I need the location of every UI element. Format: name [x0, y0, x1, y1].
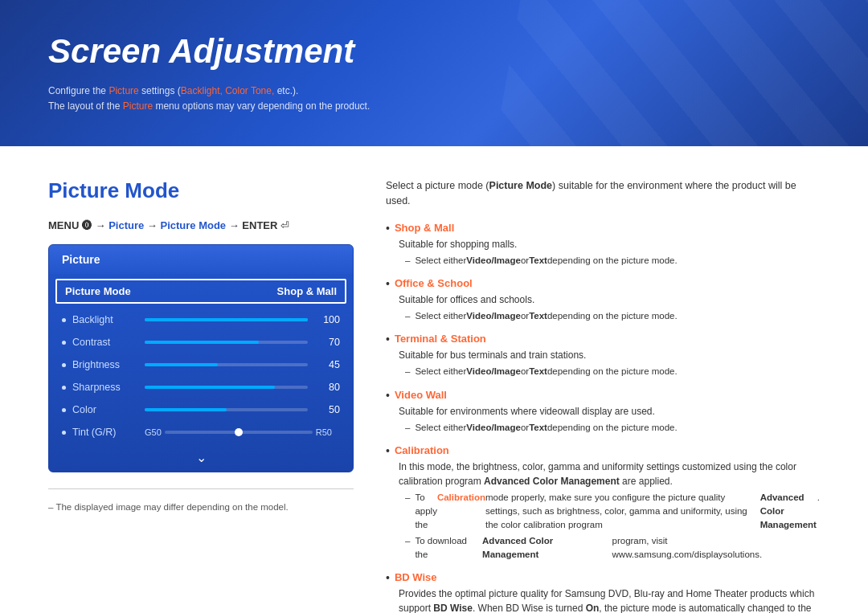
- picture-mode-value: Shop & Mall: [277, 285, 337, 297]
- bullet-sub: To download the Advanced Color Managemen…: [405, 534, 820, 562]
- bullet-title-row: • Shop & Mall: [386, 222, 820, 235]
- picture-panel: Picture Picture Mode Shop & Mall Backlig…: [48, 244, 354, 472]
- bullet-title: Office & School: [395, 277, 473, 289]
- setting-bar-container: [145, 341, 308, 344]
- setting-dot: [62, 408, 66, 412]
- setting-row: Sharpness 80: [49, 376, 353, 398]
- bullet-title: Shop & Mall: [395, 222, 454, 234]
- bullet-title-row: • BD Wise: [386, 571, 820, 584]
- bullet-desc: Suitable for bus terminals and train sta…: [399, 348, 820, 362]
- setting-bar-container: [145, 386, 308, 389]
- setting-bar-fill: [145, 386, 275, 389]
- bullet-section: • Terminal & Station Suitable for bus te…: [386, 333, 820, 378]
- setting-value: 70: [316, 337, 340, 348]
- bullet-sub: Select either Video/Image or Text depend…: [405, 309, 820, 323]
- bullet-dot: •: [386, 222, 390, 235]
- bullet-dot: •: [386, 444, 390, 457]
- bullet-title: Terminal & Station: [395, 333, 486, 345]
- menu-enter-icon: ⏎: [280, 219, 289, 231]
- subtitle2-link: Picture: [123, 100, 153, 112]
- subtitle-line1: Configure the Picture settings (Backligh…: [48, 84, 820, 99]
- bullet-section: • Shop & Mall Suitable for shopping mall…: [386, 222, 820, 268]
- intro-text: Select a picture mode (Picture Mode) sui…: [386, 178, 820, 209]
- intro-bold: Picture Mode: [489, 180, 553, 191]
- bullet-sub: Select either Video/Image or Text depend…: [405, 254, 820, 268]
- subtitle2-suffix: menu options may vary depending on the p…: [153, 100, 370, 112]
- menu-path: MENU ⓿ → Picture → Picture Mode → ENTER …: [48, 219, 354, 231]
- menu-arrow2: →: [147, 219, 161, 231]
- menu-keyword-menu: MENU: [48, 219, 82, 231]
- main-content: Picture Mode MENU ⓿ → Picture → Picture …: [0, 146, 868, 613]
- tint-right-label: R50: [316, 427, 332, 437]
- menu-picture-mode: Picture Mode: [160, 219, 226, 231]
- setting-bar-fill: [145, 341, 259, 344]
- tint-bar-container: G50 R50: [145, 427, 332, 437]
- menu-enter: ENTER: [242, 219, 280, 231]
- tint-thumb: [235, 428, 243, 436]
- header-banner: Screen Adjustment Configure the Picture …: [0, 0, 868, 146]
- setting-row: Brightness 45: [49, 353, 353, 376]
- bullet-title-row: • Video Wall: [386, 389, 820, 402]
- subtitle1-link1: Picture: [108, 85, 138, 96]
- setting-dot: [62, 386, 66, 390]
- setting-name: Sharpness: [72, 382, 137, 393]
- bullet-section: • Video Wall Suitable for environments w…: [386, 389, 820, 435]
- bullet-desc: Provides the optimal picture quality for…: [399, 586, 820, 613]
- bullet-dot: •: [386, 389, 390, 402]
- tint-left-label: G50: [145, 427, 162, 437]
- bullet-title: Calibration: [395, 444, 449, 456]
- menu-arrow3: →: [229, 219, 243, 231]
- picture-mode-row[interactable]: Picture Mode Shop & Mall: [55, 279, 346, 304]
- bullet-sub: Select either Video/Image or Text depend…: [405, 365, 820, 378]
- bullet-desc: Suitable for offices and schools.: [399, 292, 820, 307]
- subtitle1-link2: Backlight, Color Tone,: [181, 85, 275, 96]
- setting-bar-fill: [145, 408, 227, 411]
- bullet-sub: Select either Video/Image or Text depend…: [405, 421, 820, 435]
- bullet-dot: •: [386, 333, 390, 345]
- setting-value: 45: [316, 359, 340, 370]
- setting-bar-track: [145, 408, 308, 411]
- menu-arrow1: →: [96, 219, 109, 231]
- tint-row: Tint (G/R) G50 R50: [49, 421, 353, 443]
- setting-name: Brightness: [72, 359, 137, 370]
- setting-bar-track: [145, 363, 308, 366]
- bullet-section: • Calibration In this mode, the brightne…: [386, 444, 820, 562]
- bullet-section: • Office & School Suitable for offices a…: [386, 277, 820, 323]
- setting-name: Color: [72, 404, 137, 415]
- header-subtitle: Configure the Picture settings (Backligh…: [48, 84, 820, 114]
- panel-header: Picture: [49, 245, 353, 274]
- setting-dot: [62, 363, 66, 367]
- setting-value: 80: [316, 382, 340, 393]
- footer-note: – The displayed image may differ dependi…: [48, 488, 354, 513]
- setting-row: Contrast 70: [49, 331, 353, 353]
- setting-row: Color 50: [49, 398, 353, 421]
- setting-bar-container: [145, 318, 308, 321]
- setting-dot: [62, 341, 66, 345]
- bullet-title-row: • Office & School: [386, 277, 820, 290]
- bullet-sub: To apply the Calibration mode properly, …: [405, 491, 820, 533]
- chevron-row[interactable]: ⌄: [49, 443, 353, 472]
- bullet-desc: Suitable for environments where videowal…: [399, 404, 820, 419]
- setting-bar-fill: [145, 318, 308, 321]
- bullet-desc: Suitable for shopping malls.: [399, 237, 820, 251]
- right-column: Select a picture mode (Picture Mode) sui…: [386, 178, 820, 613]
- tint-dot: [62, 431, 66, 435]
- intro-prefix: Select a picture mode (: [386, 180, 489, 191]
- subtitle1-mid: settings (: [139, 85, 181, 96]
- bullet-dot: •: [386, 571, 390, 584]
- chevron-down-icon: ⌄: [196, 450, 207, 465]
- tint-track: [165, 431, 313, 434]
- left-column: Picture Mode MENU ⓿ → Picture → Picture …: [48, 178, 354, 613]
- menu-icon: ⓿: [82, 219, 92, 231]
- footer-note-text: – The displayed image may differ dependi…: [48, 502, 289, 512]
- setting-bar-container: [145, 408, 308, 411]
- subtitle1-suffix: etc.).: [274, 85, 298, 96]
- bullet-dot: •: [386, 277, 390, 290]
- bullet-title-row: • Calibration: [386, 444, 820, 457]
- setting-bar-track: [145, 341, 308, 344]
- subtitle-line2: The layout of the Picture menu options m…: [48, 99, 820, 114]
- setting-name: Backlight: [72, 314, 137, 325]
- menu-picture: Picture: [108, 219, 144, 231]
- bullets-container: • Shop & Mall Suitable for shopping mall…: [386, 222, 820, 613]
- bullet-section: • BD Wise Provides the optimal picture q…: [386, 571, 820, 613]
